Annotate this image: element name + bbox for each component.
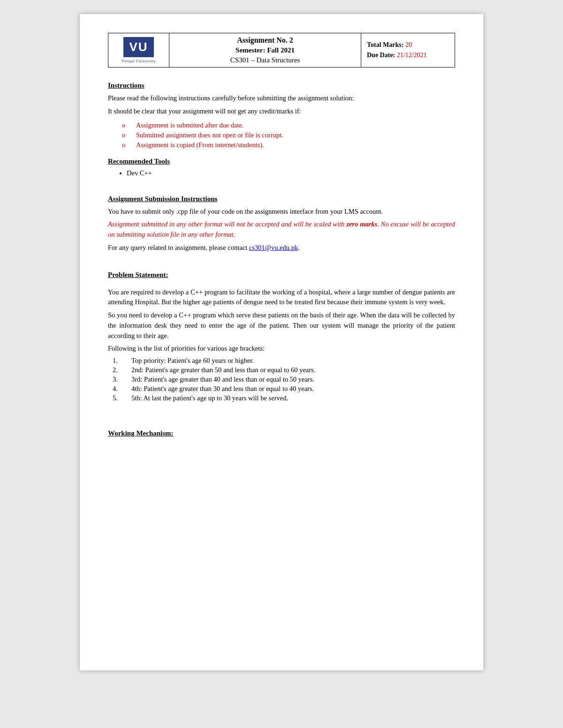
priority-item-5: 5. 5th: At last the patient's age up to … [108,394,455,402]
instructions-bullet-list: Assignment is submitted after due date. … [136,121,455,149]
logo-vu-text: VU [123,37,153,57]
problem-statement-section: Problem Statement: You are required to d… [108,271,455,403]
working-mechanism-title: Working Mechanism: [108,429,455,437]
instructions-intro2: It should be clear that your assignment … [108,106,455,117]
header-right: Total Marks: 20 Due Date: 21/12/2021 [361,33,455,68]
instructions-intro1: Please read the following instructions c… [108,93,455,104]
bullet-item-1: Assignment is submitted after due date. [136,121,455,129]
header-center: Assignment No. 2 Semester: Fall 2021 CS3… [169,33,361,68]
page: VU Virtual University Assignment No. 2 S… [80,14,483,670]
priority-3-text: 3rd: Patient's age greater than 40 and l… [131,375,455,383]
instructions-title: Instructions [108,82,455,90]
submission-contact: For any query related to assignment, ple… [108,243,455,253]
logo-cell: VU Virtual University [108,33,169,68]
problem-statement-title: Problem Statement: [108,271,455,279]
bullet-item-3: Assignment is copied (From internet/stud… [136,141,455,149]
working-mechanism-section: Working Mechanism: [108,429,455,437]
submission-section: Assignment Submission Instructions You h… [108,195,455,253]
course-name: CS301 – Data Structures [175,56,355,64]
submission-italic-text: Assignment submitted in any other format… [108,220,346,228]
submission-para2: Assignment submitted in any other format… [108,219,455,240]
priority-2-text: 2nd: Patient's age greater than 50 and l… [131,366,455,374]
priority-4-text: 4th: Patient's age greater than 30 and l… [131,385,455,393]
submission-para1: You have to submit only .cpp file of you… [108,207,455,217]
priority-1-text: Top priority: Patient's age 60 years or … [131,357,455,365]
total-marks: Total Marks: 20 [367,41,449,49]
semester: Semester: Fall 2021 [175,46,355,54]
total-marks-value: 20 [405,41,412,48]
tool-item-1: Dev C++ [127,169,455,177]
tools-list: Dev C++ [127,169,455,177]
contact-text: For any query related to assignment, ple… [108,244,249,251]
logo-box: VU Virtual University [121,37,156,63]
priority-item-1: 1. Top priority: Patient's age 60 years … [108,357,455,365]
problem-para2: So you need to develop a C++ program whi… [108,310,455,341]
logo-subtitle: Virtual University [121,59,156,63]
priority-list: 1. Top priority: Patient's age 60 years … [108,357,455,402]
problem-para3: Following is the list of priorities for … [108,344,455,354]
instructions-section: Instructions Please read the following i… [108,82,455,149]
priority-item-3: 3. 3rd: Patient's age greater than 40 an… [108,375,455,383]
due-date-value: 21/12/2021 [397,52,427,59]
submission-title: Assignment Submission Instructions [108,195,455,203]
due-date: Due Date: 21/12/2021 [367,52,449,59]
priority-item-2: 2. 2nd: Patient's age greater than 50 an… [108,366,455,374]
bullet-item-2: Submitted assignment does not open or fi… [136,131,455,139]
zero-marks-bold: zero marks [346,220,377,228]
problem-para1: You are required to develop a C++ progra… [108,287,455,308]
header-table: VU Virtual University Assignment No. 2 S… [108,33,455,68]
priority-5-text: 5th: At last the patient's age up to 30 … [131,394,455,402]
recommended-tools-title: Recommended Tools [108,158,455,165]
recommended-tools-section: Recommended Tools Dev C++ [108,158,455,177]
email-link[interactable]: cs301@vu.edu.pk [249,244,298,251]
priority-item-4: 4. 4th: Patient's age greater than 30 an… [108,385,455,393]
assignment-number: Assignment No. 2 [175,36,355,45]
